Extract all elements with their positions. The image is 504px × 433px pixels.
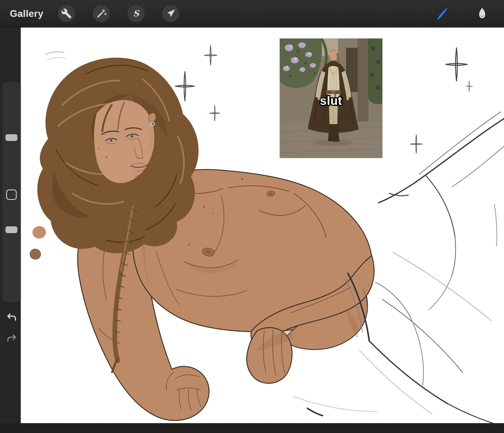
transform-arrow-icon: [165, 8, 177, 19]
undo-arrow-icon: [6, 320, 18, 324]
swatch-light-skin: [32, 225, 47, 240]
paint-swatches: [29, 225, 47, 261]
modify-button[interactable]: [6, 190, 17, 200]
bottom-chrome-strip: [0, 423, 504, 433]
undo-button[interactable]: [6, 312, 18, 323]
artwork-svg: slut: [21, 27, 504, 423]
sparkle-icon: [210, 105, 220, 121]
pencil-scribble: [46, 52, 65, 60]
brush-tool-button[interactable]: [434, 6, 450, 22]
sparkle-icon: [204, 45, 217, 65]
selection-button[interactable]: S: [127, 5, 145, 22]
adjustments-button[interactable]: [93, 5, 110, 22]
svg-text:S: S: [133, 9, 140, 18]
paint-brush-icon: [434, 6, 449, 22]
actions-button[interactable]: [58, 5, 75, 22]
smudge-icon: [475, 6, 489, 21]
redo-button[interactable]: [6, 333, 18, 344]
sparkle-icon: [410, 135, 422, 154]
wrench-icon: [61, 8, 72, 19]
reference-caption: slut: [320, 94, 342, 107]
drawing-canvas[interactable]: slut: [21, 27, 504, 423]
sidebar-toolbar: [2, 82, 21, 302]
swatch-dark-skin: [29, 248, 42, 260]
sparkle-icon: [175, 71, 195, 101]
smudge-tool-button[interactable]: [474, 6, 490, 22]
redo-arrow-icon: [6, 341, 18, 345]
gallery-button[interactable]: Gallery: [10, 0, 43, 27]
reference-photo: slut: [280, 38, 382, 158]
selection-s-icon: S: [130, 8, 142, 19]
sparkle-icon: [466, 80, 473, 92]
top-toolbar: Gallery S: [0, 0, 504, 28]
sparkle-icon: [446, 48, 468, 81]
brush-size-slider[interactable]: [5, 134, 17, 141]
magic-wand-icon: [96, 8, 107, 19]
procreate-app: { "topbar": { "gallery_label": "Gallery"…: [0, 0, 504, 433]
transform-button[interactable]: [162, 5, 179, 22]
opacity-slider[interactable]: [5, 226, 17, 233]
